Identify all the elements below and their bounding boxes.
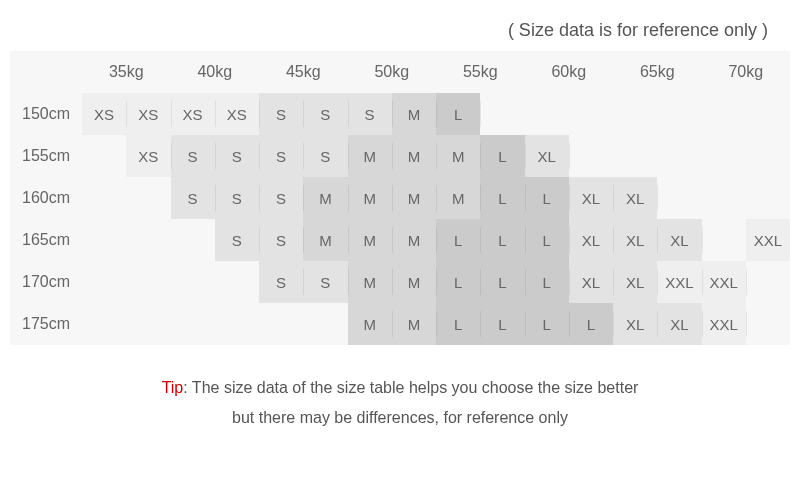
size-cell: XL	[613, 261, 657, 303]
size-cell: S	[259, 219, 303, 261]
size-cell: L	[569, 303, 613, 345]
tip-line-1: : The size data of the size table helps …	[183, 379, 638, 396]
size-cell: M	[348, 261, 392, 303]
size-cell: L	[480, 219, 524, 261]
size-cell: L	[525, 219, 569, 261]
size-cell	[82, 177, 126, 219]
size-cell	[746, 177, 790, 219]
size-cell	[702, 135, 746, 177]
height-header: 150cm	[10, 93, 82, 135]
size-cell: XL	[569, 177, 613, 219]
size-cell: L	[480, 135, 524, 177]
size-cell: XS	[82, 93, 126, 135]
weight-header: 35kg	[82, 51, 171, 93]
size-cell: S	[215, 135, 259, 177]
size-cell	[303, 303, 347, 345]
size-cell: XL	[657, 303, 701, 345]
weight-header: 70kg	[702, 51, 791, 93]
size-cell: L	[525, 177, 569, 219]
size-cell: L	[480, 303, 524, 345]
size-cell: XS	[126, 93, 170, 135]
weight-header: 65kg	[613, 51, 702, 93]
weight-header: 50kg	[348, 51, 437, 93]
size-cell: L	[525, 303, 569, 345]
size-cell: M	[348, 177, 392, 219]
size-cell: XL	[657, 219, 701, 261]
size-cell	[569, 135, 613, 177]
size-cell	[569, 93, 613, 135]
height-header: 175cm	[10, 303, 82, 345]
size-table: 35kg40kg45kg50kg55kg60kg65kg70kg 150cmXS…	[10, 51, 790, 345]
size-cell: L	[436, 219, 480, 261]
size-cell	[480, 93, 524, 135]
size-cell: M	[392, 177, 436, 219]
size-cell	[126, 219, 170, 261]
size-cell: S	[215, 177, 259, 219]
size-cell	[171, 219, 215, 261]
size-cell: M	[348, 135, 392, 177]
size-cell: M	[392, 219, 436, 261]
size-cell: XXL	[657, 261, 701, 303]
size-cell: M	[392, 303, 436, 345]
size-cell	[702, 219, 746, 261]
size-cell: S	[259, 261, 303, 303]
size-cell: L	[525, 261, 569, 303]
size-cell: S	[215, 219, 259, 261]
size-cell: XL	[569, 261, 613, 303]
size-cell: XL	[525, 135, 569, 177]
size-cell: XL	[569, 219, 613, 261]
size-cell: XXL	[702, 261, 746, 303]
size-cell: M	[436, 177, 480, 219]
size-cell: S	[259, 177, 303, 219]
size-cell: S	[259, 93, 303, 135]
size-cell	[746, 93, 790, 135]
height-header: 160cm	[10, 177, 82, 219]
size-cell: M	[303, 177, 347, 219]
size-cell: XS	[215, 93, 259, 135]
size-cell	[126, 303, 170, 345]
size-cell: M	[348, 219, 392, 261]
size-cell: XL	[613, 303, 657, 345]
height-header: 155cm	[10, 135, 82, 177]
size-cell: XS	[126, 135, 170, 177]
size-cell: S	[171, 177, 215, 219]
size-cell: S	[303, 93, 347, 135]
size-cell	[126, 177, 170, 219]
size-cell	[657, 135, 701, 177]
size-cell: S	[303, 261, 347, 303]
size-cell: XS	[171, 93, 215, 135]
size-cell: XXL	[702, 303, 746, 345]
weight-header: 60kg	[525, 51, 614, 93]
size-cell	[525, 93, 569, 135]
size-cell: M	[436, 135, 480, 177]
size-cell	[613, 93, 657, 135]
size-cell	[215, 303, 259, 345]
tip-line-2: but there may be differences, for refere…	[232, 409, 568, 426]
size-cell	[657, 93, 701, 135]
weight-header: 40kg	[171, 51, 260, 93]
size-cell	[82, 303, 126, 345]
size-cell	[259, 303, 303, 345]
size-cell: M	[392, 93, 436, 135]
size-cell: M	[348, 303, 392, 345]
corner-spacer	[10, 51, 82, 93]
size-table-container: 35kg40kg45kg50kg55kg60kg65kg70kg 150cmXS…	[10, 51, 790, 345]
tip-text: Tip: The size data of the size table hel…	[10, 345, 790, 434]
size-cell	[171, 303, 215, 345]
tip-label: Tip	[162, 379, 184, 396]
size-cell: L	[480, 177, 524, 219]
size-cell	[215, 261, 259, 303]
weight-header: 45kg	[259, 51, 348, 93]
size-cell	[126, 261, 170, 303]
size-cell	[657, 177, 701, 219]
size-cell	[82, 219, 126, 261]
weight-header: 55kg	[436, 51, 525, 93]
size-cell	[746, 261, 790, 303]
size-cell: XL	[613, 219, 657, 261]
size-cell: S	[348, 93, 392, 135]
size-cell: L	[436, 303, 480, 345]
size-cell: M	[392, 135, 436, 177]
size-cell: L	[436, 93, 480, 135]
size-cell: XL	[613, 177, 657, 219]
reference-note: ( Size data is for reference only )	[10, 20, 790, 51]
